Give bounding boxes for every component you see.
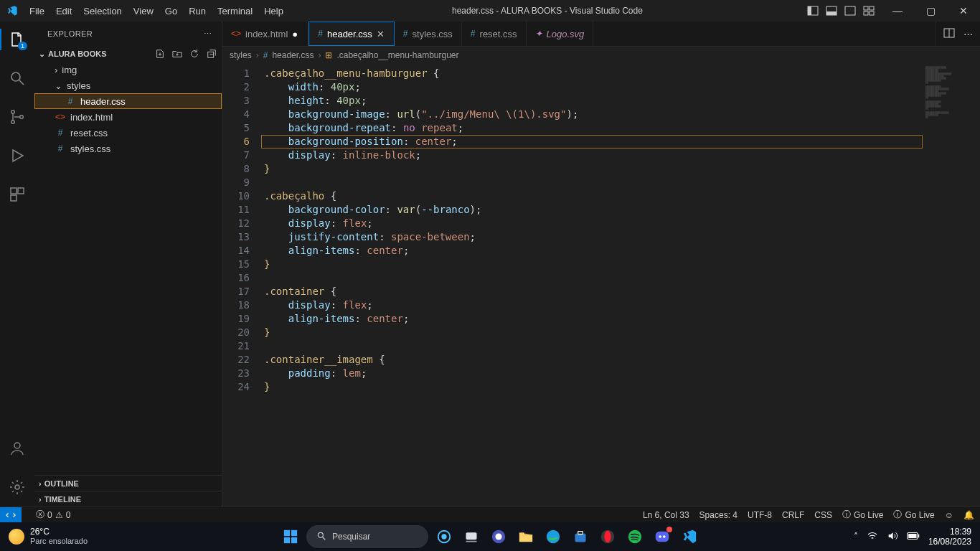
line-number-gutter: 12345 678910 1112131415 1617181920 21222… [222, 64, 261, 507]
chevron-right-icon: › [39, 495, 42, 504]
taskbar-opera[interactable] [596, 525, 619, 548]
activity-source-control[interactable] [0, 105, 34, 129]
activity-extensions[interactable] [0, 182, 34, 207]
breadcrumb-item[interactable]: styles [230, 50, 252, 60]
tab-label: reset.css [480, 29, 517, 39]
svg-point-10 [11, 72, 20, 81]
tray-overflow-icon[interactable]: ˄ [854, 532, 858, 542]
split-editor-icon[interactable] [943, 27, 955, 41]
status-cursor-position[interactable]: Ln 6, Col 33 [643, 510, 689, 520]
svg-rect-24 [291, 530, 297, 536]
menu-view[interactable]: View [128, 3, 159, 19]
toggle-secondary-sidebar-icon[interactable] [844, 4, 857, 17]
title-bar: File Edit Selection View Go Run Terminal… [0, 0, 980, 22]
status-encoding[interactable]: UTF-8 [748, 510, 772, 520]
tab-styles-css[interactable]: # styles.css [395, 22, 462, 46]
status-problems[interactable]: ⓧ0 ⚠0 [36, 509, 70, 521]
activity-search[interactable] [0, 66, 34, 90]
tray-battery-icon[interactable] [907, 532, 920, 542]
windows-taskbar: 26°C Parc ensolarado Pesquisar ˄ 18:39 [0, 522, 980, 551]
taskbar-discord[interactable] [651, 525, 674, 548]
tree-folder-styles[interactable]: ⌄ styles [34, 77, 222, 93]
tree-label: reset.css [70, 128, 108, 138]
explorer-sidebar: EXPLORER ⋯ ⌄ ALURA BOOKS › img ⌄ styles [34, 22, 222, 507]
breadcrumb-item[interactable]: header.css [272, 50, 314, 60]
menu-run[interactable]: Run [184, 3, 211, 19]
breadcrumbs[interactable]: styles › # header.css › ⊞ .cabeçalho__me… [222, 47, 980, 64]
tree-label: index.html [70, 112, 113, 123]
taskbar-spotify[interactable] [623, 525, 646, 548]
tree-label: header.css [80, 96, 126, 107]
css-file-icon: # [65, 96, 76, 106]
tree-file-reset-css[interactable]: # reset.css [34, 125, 222, 141]
tab-close-icon[interactable]: ✕ [377, 29, 385, 39]
menu-help[interactable]: Help [259, 3, 288, 19]
more-actions-icon[interactable]: ⋯ [963, 29, 973, 39]
taskbar-weather[interactable]: 26°C Parc ensolarado [9, 527, 88, 546]
menu-edit[interactable]: Edit [51, 3, 77, 19]
activity-explorer[interactable]: 1 [0, 27, 34, 52]
explorer-more-icon[interactable]: ⋯ [204, 29, 212, 39]
tab-index-html[interactable]: <> index.html ● [222, 22, 308, 46]
taskbar-copilot[interactable] [433, 525, 456, 548]
taskbar-clock[interactable]: 18:39 16/08/2023 [928, 527, 971, 547]
new-file-icon[interactable] [154, 49, 166, 59]
clock-time: 18:39 [928, 527, 971, 537]
window-minimize-button[interactable]: ― [881, 0, 914, 22]
activity-settings[interactable] [0, 475, 34, 499]
window-maximize-button[interactable]: ▢ [914, 0, 947, 22]
refresh-icon[interactable] [189, 49, 200, 59]
menu-selection[interactable]: Selection [78, 3, 126, 19]
status-indentation[interactable]: Spaces: 4 [699, 510, 738, 520]
svg-rect-31 [466, 532, 477, 540]
tree-folder-img[interactable]: › img [34, 62, 222, 77]
tree-file-index-html[interactable]: <> index.html [34, 109, 222, 125]
menu-go[interactable]: Go [160, 3, 182, 19]
status-go-live-2[interactable]: ⓘGo Live [893, 509, 934, 521]
remote-indicator[interactable] [0, 507, 22, 523]
start-button[interactable] [279, 525, 302, 548]
taskbar-search[interactable]: Pesquisar [306, 525, 428, 548]
svg-line-28 [323, 537, 326, 540]
taskbar-file-explorer[interactable] [514, 525, 537, 548]
tree-label: img [62, 65, 77, 75]
toggle-primary-sidebar-icon[interactable] [806, 4, 819, 17]
chevron-right-icon: › [39, 479, 42, 488]
menu-file[interactable]: File [24, 3, 50, 19]
explorer-title: EXPLORER [47, 29, 93, 38]
timeline-section[interactable]: › TIMELINE [34, 491, 222, 507]
status-feedback-icon[interactable]: ☺ [945, 510, 953, 520]
status-go-live-1[interactable]: ⓘGo Live [842, 509, 883, 521]
explorer-project-header[interactable]: ⌄ ALURA BOOKS [34, 46, 222, 62]
toggle-panel-icon[interactable] [825, 4, 838, 17]
menu-terminal[interactable]: Terminal [212, 3, 258, 19]
activity-run-debug[interactable] [0, 143, 34, 168]
tree-file-header-css[interactable]: # header.css [34, 93, 222, 109]
collapse-all-icon[interactable] [206, 49, 217, 59]
taskbar-vscode[interactable] [678, 525, 701, 548]
status-language-mode[interactable]: CSS [814, 510, 832, 520]
tray-wifi-icon[interactable] [867, 530, 878, 544]
code-content[interactable]: .cabeçalho__menu-hamburguer { width: 40p… [261, 64, 923, 507]
new-folder-icon[interactable] [171, 49, 183, 59]
code-editor[interactable]: 12345 678910 1112131415 1617181920 21222… [222, 64, 980, 507]
layout-controls [806, 4, 875, 17]
outline-section[interactable]: › OUTLINE [34, 475, 222, 491]
tab-reset-css[interactable]: # reset.css [462, 22, 527, 46]
taskbar-edge[interactable] [542, 525, 565, 548]
activity-accounts[interactable] [0, 436, 34, 461]
taskbar-teams[interactable] [487, 525, 510, 548]
breadcrumb-item[interactable]: .cabeçalho__menu-hamburguer [336, 50, 458, 60]
status-notifications-icon[interactable]: 🔔 [963, 510, 974, 520]
tab-header-css[interactable]: # header.css ✕ [308, 22, 395, 46]
svg-rect-1 [808, 6, 811, 15]
status-eol[interactable]: CRLF [782, 510, 804, 520]
tab-logo-svg[interactable]: ✦ Logo.svg [527, 22, 594, 46]
tree-file-styles-css[interactable]: # styles.css [34, 141, 222, 156]
tray-volume-icon[interactable] [887, 530, 898, 544]
window-close-button[interactable]: ✕ [947, 0, 980, 22]
customize-layout-icon[interactable] [862, 4, 875, 17]
taskbar-taskview[interactable] [460, 525, 483, 548]
taskbar-store[interactable] [569, 525, 592, 548]
minimap[interactable]: ████████████████████████████████████████… [923, 64, 980, 507]
